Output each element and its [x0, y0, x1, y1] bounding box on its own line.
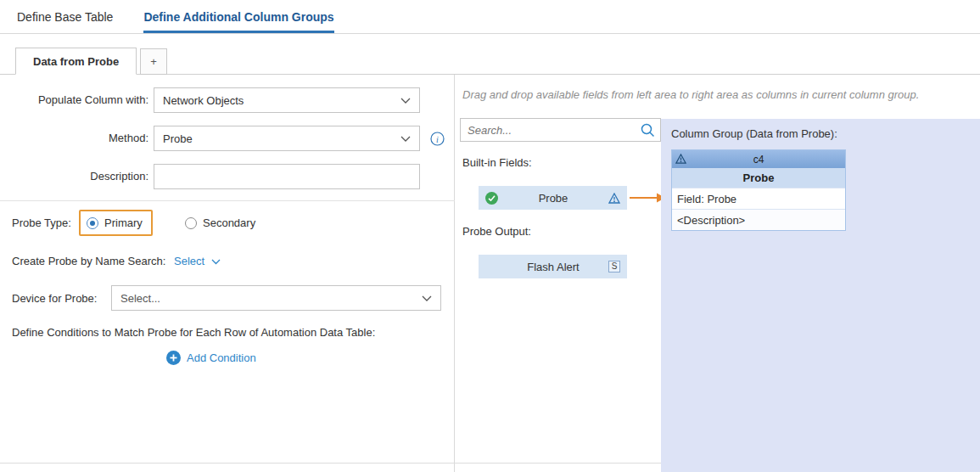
method-value: Probe: [163, 132, 400, 145]
field-item-label: Flash Alert: [498, 261, 608, 273]
info-icon[interactable]: i: [430, 132, 445, 146]
probe-type-label: Probe Type:: [12, 216, 71, 229]
chevron-down-icon: [400, 136, 411, 142]
section-divider: [0, 200, 455, 201]
column-id: c4: [672, 154, 845, 166]
method-label: Method:: [0, 126, 148, 151]
drag-drop-instruction: Drag and drop available fields from left…: [462, 88, 972, 101]
probe-type-primary-option[interactable]: Primary: [79, 210, 153, 236]
secondary-radio[interactable]: [185, 217, 197, 229]
probe-type-secondary-option[interactable]: Secondary: [185, 210, 255, 236]
column-field-row: Field: Probe: [672, 188, 845, 209]
description-label: Description:: [0, 164, 148, 189]
search-icon[interactable]: [641, 123, 655, 138]
probe-alert-icon: [675, 154, 686, 164]
column-group-tab-bar: Data from Probe +: [0, 34, 980, 75]
column-group-settings-panel: Populate Column with: Network Objects Me…: [0, 75, 455, 472]
name-search-row: Create Probe by Name Search: Select: [12, 255, 221, 267]
column-card-probe[interactable]: c4 Probe Field: Probe <Description>: [671, 149, 846, 231]
field-item-label: Probe: [498, 192, 608, 205]
field-search-box: [460, 118, 661, 142]
content-area: Populate Column with: Network Objects Me…: [0, 75, 980, 472]
svg-text:i: i: [436, 135, 439, 144]
column-card-header: c4: [672, 150, 845, 168]
name-search-label: Create Probe by Name Search:: [12, 255, 165, 267]
column-description-row: <Description>: [672, 209, 845, 230]
tab-data-from-probe[interactable]: Data from Probe: [15, 48, 137, 75]
drag-arrow-icon: [630, 192, 665, 204]
tab-define-additional-column-groups[interactable]: Define Additional Column Groups: [143, 0, 333, 33]
chevron-down-icon[interactable]: [211, 259, 221, 265]
device-for-probe-select[interactable]: Select...: [111, 285, 441, 311]
probe-alert-icon: [608, 193, 620, 204]
populate-column-value: Network Objects: [163, 94, 400, 107]
field-item-probe[interactable]: Probe: [479, 186, 627, 210]
device-for-probe-value: Select...: [120, 292, 422, 305]
main-tab-bar: Define Base Table Define Additional Colu…: [0, 0, 980, 34]
field-search-input[interactable]: [461, 119, 635, 141]
field-item-flash-alert[interactable]: Flash Alert S: [479, 255, 627, 278]
column-group-drop-area[interactable]: Column Group (Data from Probe): c4 Probe…: [661, 119, 980, 472]
primary-radio[interactable]: [87, 217, 98, 229]
column-group-label: Column Group (Data from Probe):: [671, 127, 837, 140]
primary-radio-label: Primary: [104, 216, 143, 229]
description-input[interactable]: [154, 164, 420, 189]
conditions-heading: Define Conditions to Match Probe for Eac…: [12, 326, 375, 339]
column-title: Probe: [672, 168, 845, 188]
name-search-select-link[interactable]: Select: [174, 255, 204, 267]
check-circle-icon: [485, 192, 498, 205]
fields-and-columns-panel: Drag and drop available fields from left…: [455, 75, 980, 472]
column-group-editor: Define Base Table Define Additional Colu…: [0, 0, 980, 472]
string-type-badge: S: [608, 261, 620, 273]
device-for-probe-label: Device for Probe:: [12, 292, 97, 305]
method-select[interactable]: Probe: [154, 126, 420, 151]
chevron-down-icon: [400, 98, 411, 104]
bottom-border: [0, 463, 661, 464]
secondary-radio-label: Secondary: [203, 216, 255, 229]
tab-define-base-table[interactable]: Define Base Table: [17, 0, 113, 33]
add-condition-button[interactable]: Add Condition: [166, 351, 256, 365]
populate-column-label: Populate Column with:: [0, 87, 148, 113]
chevron-down-icon: [422, 295, 432, 301]
add-column-group-tab[interactable]: +: [140, 48, 167, 75]
probe-output-label: Probe Output:: [462, 225, 531, 238]
plus-circle-icon: [166, 351, 181, 365]
populate-column-select[interactable]: Network Objects: [154, 87, 420, 113]
built-in-fields-label: Built-in Fields:: [462, 156, 532, 169]
add-condition-label: Add Condition: [187, 351, 256, 364]
